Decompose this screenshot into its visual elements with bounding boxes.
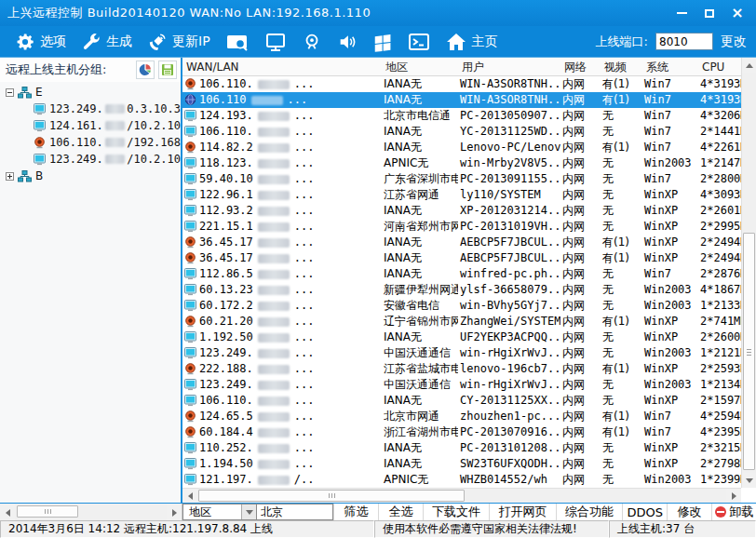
table-row[interactable]: 122.96.1...江苏省网通ly110/SYSTEM内网无WinXP4*30… <box>182 187 741 203</box>
scroll-down-arrow[interactable] <box>742 473 756 488</box>
table-row[interactable]: 60.13.23...新疆伊犁州网通ylsf-36658079...内网无Win… <box>182 282 741 298</box>
user-cell: ZhangWei/SYSTEM <box>458 314 560 330</box>
tree-group-E[interactable]: E <box>6 84 181 101</box>
table-row[interactable]: 106.110....IANA无WIN-A3SOR8TNH...内网有(1)Wi… <box>182 76 741 92</box>
file-search-button[interactable] <box>220 30 255 54</box>
filter-button[interactable]: 筛选 <box>333 504 378 520</box>
ddos-button[interactable]: DDOS <box>622 504 667 520</box>
horizontal-scrollbar[interactable] <box>182 488 741 503</box>
table-row[interactable]: 221.15.1...河南省郑州市网通PC-20131019VH...内网无Wi… <box>182 219 741 235</box>
table-row[interactable]: 121.197./..APNIC无WHZB014552/wh内网无Win2003… <box>182 472 741 488</box>
user-cell: PC-2013050907... <box>458 108 560 124</box>
port-input[interactable] <box>655 33 713 50</box>
blurred-text <box>258 238 290 248</box>
open-webpage-button[interactable]: 打开网页 <box>489 504 555 520</box>
table-row[interactable]: 36.45.17...IANA无AEBCP5F7JBCUL...内网有(1)Wi… <box>182 250 741 266</box>
table-row[interactable]: 112.93.2...IANA无XP-2012031214...内网无WinXP… <box>182 203 741 219</box>
column-header-4[interactable]: 视频 <box>601 58 642 76</box>
tree-scroll-right-arrow[interactable] <box>167 504 182 520</box>
table-row[interactable]: 1.192.50...IANA无UF2YEKP3ACPQQ...内网无WinXP… <box>182 330 741 345</box>
expand-icon[interactable] <box>6 172 14 181</box>
change-port-button[interactable]: 更改 <box>721 34 747 50</box>
tree-host-item[interactable]: 123.249.0.3.10.3 <box>6 101 181 117</box>
tree-host-item[interactable]: 123.249./10.2.10 <box>6 151 181 168</box>
column-header-1[interactable]: 地区 <box>382 58 458 76</box>
pie-chart-icon[interactable] <box>136 61 155 79</box>
terminal-button[interactable] <box>402 30 436 54</box>
table-row[interactable]: 114.82.2...IANA无Lenovo-PC/Lenovo内网有(1)Wi… <box>182 140 741 155</box>
table-row[interactable]: 1.194.50...IANA无SW23T6UFXQODH...内网无WinXP… <box>182 456 741 472</box>
region-dropdown[interactable]: 地区 <box>182 504 257 520</box>
table-row[interactable]: 123.249....中国沃通通信win-rHgiXrWvJ...内网无Win2… <box>182 377 741 393</box>
table-row[interactable]: 36.45.17...IANA无AEBCP5F7JBCUL...内网有(1)Wi… <box>182 235 741 250</box>
monitor-icon <box>184 379 196 391</box>
table-row[interactable]: 60.172.2...安徽省电信win-BVhy5GYj7...内网无Win20… <box>182 298 741 314</box>
user-cell: win-Mrby2V8V5... <box>458 155 560 171</box>
tree-host-item[interactable]: 124.161./10.2.10 <box>6 117 181 134</box>
table-row-selected[interactable]: 106.110...IANA无WIN-A3SOR8TNH..内网有(1)Win7… <box>182 92 741 108</box>
table-row[interactable]: 60.21.20...辽宁省锦州市网通ZhangWei/SYSTEM内网有(1)… <box>182 314 741 330</box>
monitor-icon <box>184 173 196 185</box>
region-cell: IANA无 <box>382 440 458 456</box>
table-row[interactable]: 106.110....IANA无CY-20131125XX...内网无WinXP… <box>182 393 741 409</box>
scroll-right-arrow[interactable] <box>726 489 741 503</box>
tree-group-B[interactable]: B <box>6 168 181 184</box>
region-cell: 中国沃通通信 <box>382 345 458 361</box>
system-cell: WinXP <box>642 393 698 409</box>
table-row[interactable]: 118.123....APNIC无win-Mrby2V8V5...内网无Win2… <box>182 155 741 171</box>
save-icon[interactable] <box>158 61 177 79</box>
table-row[interactable]: 106.110....IANA无YC-20131125WD...内网无Win72… <box>182 124 741 140</box>
minimize-button[interactable] <box>674 6 689 20</box>
table-row[interactable]: 112.86.5...IANA无winfred-pc.ph...内网无Win72… <box>182 266 741 282</box>
wan-ip-prefix: 110.252. <box>199 440 253 456</box>
video-cell: 无 <box>601 330 642 345</box>
blurred-text <box>258 349 290 358</box>
vertical-scroll-thumb[interactable] <box>743 233 755 470</box>
uninstall-button[interactable]: 卸载 <box>711 504 756 520</box>
webcam-button[interactable] <box>296 30 328 54</box>
table-row[interactable]: 110.252....IANA无PC-2013101208...内网无WinXP… <box>182 440 741 456</box>
region-filter-input[interactable]: 北京 <box>257 504 333 520</box>
home-button[interactable]: 主页 <box>439 30 504 54</box>
remote-desktop-button[interactable] <box>259 30 292 54</box>
table-row[interactable]: 222.188....江苏省盐城市电信lenovo-196cb7...内网有(1… <box>182 361 741 377</box>
options-button[interactable]: 选项 <box>9 30 72 54</box>
tree-host-item[interactable]: 106.110./192.168 <box>6 134 181 151</box>
download-file-button[interactable]: 下载文件 <box>423 504 489 520</box>
generate-button[interactable]: 生成 <box>75 30 138 54</box>
scroll-up-arrow[interactable] <box>742 58 756 73</box>
column-header-5[interactable]: 系统 <box>642 58 698 76</box>
select-all-button[interactable]: 全选 <box>378 504 423 520</box>
table-row[interactable]: 60.184.4...浙江省湖州市电信PC-2013070916...内网有(1… <box>182 424 741 440</box>
audio-button[interactable] <box>331 30 363 54</box>
tree-scroll-thumb[interactable] <box>17 505 78 518</box>
combined-functions-button[interactable]: 综合功能 <box>556 504 622 520</box>
cpu-cell: 1*2399MHz <box>698 472 741 488</box>
video-cell: 无 <box>601 282 642 298</box>
scroll-left-arrow[interactable] <box>182 489 197 503</box>
tree-scroll-left-arrow[interactable] <box>0 504 15 520</box>
horizontal-scroll-thumb[interactable] <box>198 490 465 502</box>
dropdown-arrow-icon[interactable] <box>241 504 256 519</box>
collapse-icon[interactable] <box>6 88 14 97</box>
region-cell: IANA无 <box>382 330 458 345</box>
column-header-3[interactable]: 网络 <box>560 58 601 76</box>
modify-button[interactable]: 修改 <box>667 504 711 520</box>
system-cell: Win7 <box>642 409 698 424</box>
table-row[interactable]: 124.193....北京市电信通PC-2013050907...内网无Win7… <box>182 108 741 124</box>
webcam-icon <box>184 141 196 154</box>
update-ip-button[interactable]: 更新IP <box>142 30 216 54</box>
table-row[interactable]: 59.40.10...广东省深圳市电信PC-2013091155...内网无Wi… <box>182 171 741 187</box>
monitor-icon <box>184 284 196 296</box>
wan-ip-prefix: 106.110 <box>199 92 247 108</box>
column-header-2[interactable]: 用户 <box>458 58 560 76</box>
table-row[interactable]: 124.65.5...北京市网通zhouzhen1-pc....内网有(1)Wi… <box>182 409 741 424</box>
windows-button[interactable] <box>367 30 398 54</box>
maximize-button[interactable] <box>702 6 717 20</box>
column-header-0[interactable]: WAN/LAN <box>182 58 382 76</box>
tree-horizontal-scrollbar[interactable] <box>0 504 182 520</box>
table-row[interactable]: 123.249....中国沃通通信win-rHgiXrWvJ...内网无Win2… <box>182 345 741 361</box>
network-cell: 内网 <box>560 424 601 440</box>
close-button[interactable]: × <box>730 6 745 20</box>
vertical-scrollbar[interactable] <box>741 58 756 488</box>
